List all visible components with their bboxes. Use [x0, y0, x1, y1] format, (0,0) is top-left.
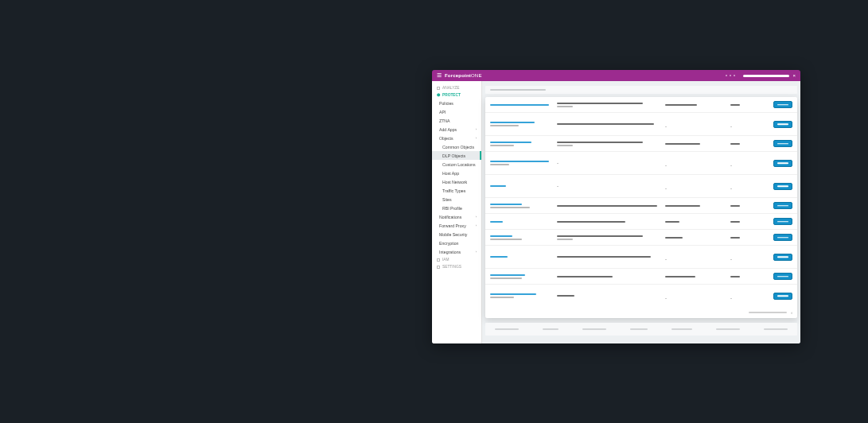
hamburger-icon[interactable]: ☰	[437, 72, 442, 79]
table-row[interactable]	[485, 197, 797, 213]
brand-name: ForcepointONE	[445, 73, 482, 78]
row-action-button[interactable]	[773, 234, 792, 241]
chevron-left-icon[interactable]: ‹	[791, 310, 792, 315]
section-iam[interactable]: IAM	[432, 256, 481, 263]
section-analyze[interactable]: ANALYZE	[432, 84, 481, 91]
nav-ztna[interactable]: ZTNA	[432, 116, 481, 125]
chevron-right-icon: ›	[476, 215, 477, 219]
row-action-button[interactable]	[773, 218, 792, 225]
nav-dlp-objects[interactable]: DLP Objects	[432, 151, 481, 160]
pagination-skel	[749, 312, 787, 313]
table-row[interactable]: --	[485, 284, 797, 307]
table-row[interactable]: ---	[485, 151, 797, 174]
nav-notifications[interactable]: Notifications›	[432, 212, 481, 221]
bottom-strip	[485, 323, 797, 336]
table-row[interactable]	[485, 97, 797, 112]
table-row[interactable]	[485, 268, 797, 284]
nav-host-app[interactable]: Host App	[432, 169, 481, 177]
app-window: ☰ ForcepointONE × ANALYZE ⬢PROTECT Polic…	[432, 70, 800, 343]
content: ------------ ‹	[482, 81, 800, 343]
chevron-right-icon: ›	[476, 223, 477, 227]
section-protect[interactable]: ⬢PROTECT	[432, 91, 481, 99]
nav-traffic-types[interactable]: Traffic Types	[432, 186, 481, 195]
row-action-button[interactable]	[773, 160, 792, 167]
row-action-button[interactable]	[773, 140, 792, 147]
titlebar: ☰ ForcepointONE ×	[432, 70, 800, 81]
nav-forward-proxy[interactable]: Forward Proxy›	[432, 221, 481, 230]
nav-rbi-profile[interactable]: RBI Profile	[432, 204, 481, 212]
nav-api[interactable]: API	[432, 107, 481, 116]
row-action-button[interactable]	[773, 293, 792, 300]
sidebar: ANALYZE ⬢PROTECT Policies API ZTNA Add A…	[432, 81, 482, 343]
breadcrumb	[485, 86, 797, 94]
titlebar-actions[interactable]	[726, 75, 735, 76]
close-icon[interactable]: ×	[792, 73, 796, 78]
body: ANALYZE ⬢PROTECT Policies API ZTNA Add A…	[432, 81, 800, 343]
nav-mobile-security[interactable]: Mobile Security	[432, 230, 481, 239]
data-panel: ------------ ‹	[485, 97, 797, 318]
table-row[interactable]: --	[485, 112, 797, 135]
section-settings[interactable]: SETTINGS	[432, 263, 481, 270]
search-pill[interactable]	[743, 75, 789, 77]
table-row[interactable]: ---	[485, 174, 797, 197]
nav-add-apps[interactable]: Add Apps›	[432, 125, 481, 134]
chevron-right-icon: ›	[476, 250, 477, 254]
row-action-button[interactable]	[773, 273, 792, 280]
row-action-button[interactable]	[773, 101, 792, 108]
table-row[interactable]: --	[485, 245, 797, 268]
chevron-right-icon: ›	[476, 127, 477, 131]
nav-objects[interactable]: Objects›	[432, 134, 481, 142]
row-action-button[interactable]	[773, 183, 792, 190]
row-action-button[interactable]	[773, 202, 792, 209]
table-row[interactable]	[485, 135, 797, 151]
nav-policies[interactable]: Policies	[432, 99, 481, 107]
chevron-right-icon: ›	[476, 136, 477, 140]
panel-footer: ‹	[485, 307, 797, 318]
shield-icon: ⬢	[437, 93, 440, 97]
nav-sites[interactable]: Sites	[432, 195, 481, 204]
nav-common-objects[interactable]: Common Objects	[432, 142, 481, 151]
table-row[interactable]	[485, 229, 797, 245]
row-action-button[interactable]	[773, 254, 792, 261]
nav-custom-locations[interactable]: Custom Locations	[432, 160, 481, 169]
nav-host-network[interactable]: Host Network	[432, 177, 481, 186]
table-row[interactable]	[485, 213, 797, 229]
nav-encryption[interactable]: Encryption	[432, 239, 481, 247]
row-action-button[interactable]	[773, 121, 792, 128]
nav-integrations[interactable]: Integrations›	[432, 247, 481, 256]
